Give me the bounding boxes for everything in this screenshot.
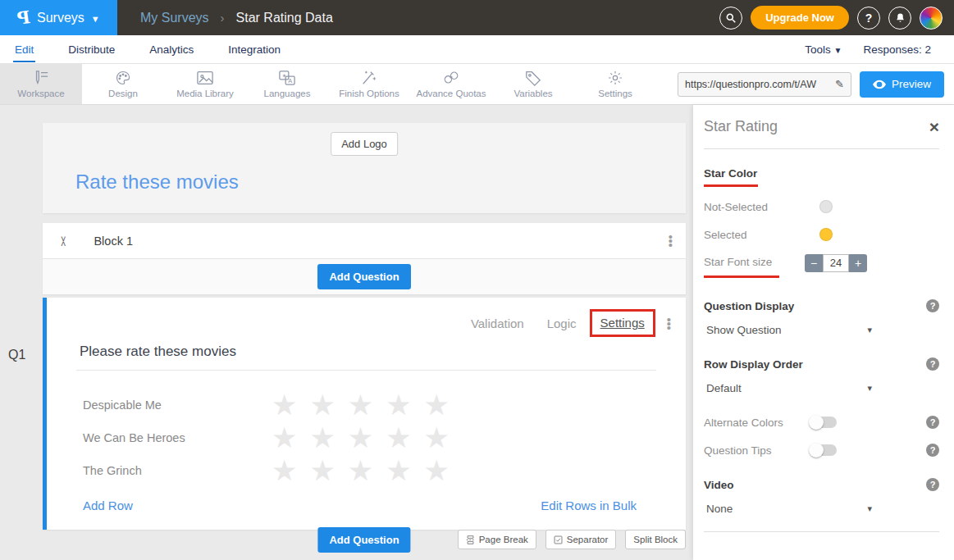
toolbar-item-variables[interactable]: Variables	[492, 64, 574, 104]
star-rating-settings-panel: Star Rating × Star Color Not-Selected Se…	[693, 105, 954, 560]
breadcrumb-parent[interactable]: My Surveys	[140, 11, 209, 25]
toolbar-item-finish-options[interactable]: Finish Options	[328, 64, 410, 104]
row-label[interactable]: Despicable Me	[83, 398, 272, 412]
star-icon[interactable]: ★	[386, 391, 411, 419]
increase-font-size-button[interactable]: +	[849, 254, 867, 272]
panel-title: Star Rating	[704, 118, 778, 135]
star-row: ★★★★★	[272, 391, 450, 419]
star-icon[interactable]: ★	[348, 424, 373, 452]
edit-url-icon[interactable]: ✎	[835, 78, 844, 90]
survey-url-field[interactable]: https://questionpro.com/t/AW ✎	[678, 72, 851, 97]
toolbar-item-settings[interactable]: Settings	[574, 64, 656, 104]
add-question-button[interactable]: Add Question	[317, 264, 410, 289]
survey-nav-bar: EditDistributeAnalyticsIntegration Tools…	[0, 35, 954, 64]
add-row-link[interactable]: Add Row	[83, 499, 133, 512]
search-button[interactable]	[719, 7, 742, 30]
question-mark-icon: ?	[865, 11, 873, 25]
tab-edit[interactable]: Edit	[13, 37, 35, 62]
gear-icon	[606, 70, 624, 86]
question-card: Validation Logic Settings ••• Please rat…	[43, 298, 686, 530]
star-icon[interactable]: ★	[272, 391, 297, 419]
toolbar-item-design[interactable]: Design	[82, 64, 164, 104]
row-label[interactable]: The Grinch	[83, 464, 272, 477]
star-icon[interactable]: ★	[424, 424, 450, 452]
page-break-icon	[466, 535, 475, 544]
question-title[interactable]: Please rate these movies	[80, 344, 686, 360]
settings-link[interactable]: Settings	[600, 316, 645, 330]
row-display-order-dropdown[interactable]: Default ▾	[704, 382, 872, 394]
settings-annotation-box: Settings	[590, 309, 655, 337]
question-display-dropdown[interactable]: Show Question ▾	[704, 324, 872, 336]
alternate-colors-toggle[interactable]	[810, 417, 837, 428]
alternate-colors-help-icon[interactable]: ?	[926, 416, 939, 429]
question-tips-toggle[interactable]	[810, 444, 837, 456]
row-display-order-heading: Row Display Order	[704, 358, 803, 371]
toolbar-item-media-library[interactable]: Media Library	[164, 64, 246, 104]
selected-color-swatch[interactable]	[819, 228, 833, 241]
star-icon[interactable]: ★	[309, 391, 335, 419]
rating-row: We Can Be Heroes★★★★★	[83, 421, 686, 454]
help-button[interactable]: ?	[857, 7, 880, 30]
notifications-button[interactable]	[888, 7, 911, 30]
star-icon[interactable]: ★	[309, 424, 335, 452]
breadcrumb: My Surveys › Star Rating Data	[140, 11, 333, 25]
star-icon[interactable]: ★	[309, 457, 335, 485]
chevron-down-icon: ▾	[867, 503, 872, 514]
video-dropdown[interactable]: None ▾	[704, 503, 872, 515]
question-kebab-menu-icon[interactable]: •••	[667, 317, 671, 330]
product-menu[interactable]: P Surveys ▼	[0, 0, 117, 35]
toolbar-item-languages[interactable]: ✶A Languages	[246, 64, 328, 104]
split-block-button[interactable]: Split Block	[625, 530, 686, 549]
separator-button[interactable]: Separator	[545, 530, 617, 549]
survey-title[interactable]: Rate these movies	[75, 171, 239, 193]
star-icon[interactable]: ★	[348, 391, 373, 419]
decrease-font-size-button[interactable]: −	[805, 254, 823, 272]
add-logo-button[interactable]: Add Logo	[331, 132, 398, 156]
question-tips-help-icon[interactable]: ?	[926, 444, 939, 457]
star-icon[interactable]: ★	[424, 391, 450, 419]
responses-count[interactable]: Responses: 2	[863, 43, 931, 56]
image-icon	[196, 70, 214, 86]
logic-link[interactable]: Logic	[547, 316, 577, 330]
star-icon[interactable]: ★	[386, 424, 411, 452]
question-display-help-icon[interactable]: ?	[926, 299, 939, 312]
row-display-order-help-icon[interactable]: ?	[926, 357, 939, 371]
rating-row: Despicable Me★★★★★	[83, 389, 686, 421]
collapse-block-icon[interactable]: ˅˄	[61, 236, 66, 246]
alternate-colors-label: Alternate Colors	[704, 417, 801, 429]
preview-button[interactable]: Preview	[860, 71, 944, 98]
not-selected-color-swatch[interactable]	[819, 200, 833, 213]
panel-divider	[704, 531, 939, 532]
toolbar-item-advance-quotas[interactable]: Advance Quotas	[410, 64, 492, 104]
avatar[interactable]	[920, 7, 943, 30]
font-size-value[interactable]: 24	[823, 254, 849, 272]
star-icon[interactable]: ★	[424, 457, 450, 485]
upgrade-now-button[interactable]: Upgrade Now	[751, 6, 849, 30]
survey-url-value: https://questionpro.com/t/AW	[685, 79, 832, 90]
close-icon[interactable]: ×	[929, 120, 939, 134]
questionpro-logo-icon: P	[16, 7, 32, 29]
video-help-icon[interactable]: ?	[926, 478, 939, 491]
breadcrumb-separator-icon: ›	[221, 11, 225, 25]
page-break-button[interactable]: Page Break	[458, 530, 536, 549]
block-kebab-menu-icon[interactable]: •••	[669, 234, 673, 247]
checkbox-icon	[554, 535, 563, 544]
star-icon[interactable]: ★	[272, 424, 297, 452]
star-icon[interactable]: ★	[386, 457, 411, 485]
tab-integration[interactable]: Integration	[226, 37, 282, 62]
edit-rows-in-bulk-link[interactable]: Edit Rows in Bulk	[541, 499, 637, 512]
workspace-icon	[32, 70, 50, 86]
tools-menu[interactable]: Tools ▼	[805, 43, 842, 56]
panel-divider	[704, 148, 939, 149]
star-icon[interactable]: ★	[348, 457, 373, 485]
validation-link[interactable]: Validation	[471, 316, 524, 330]
toolbar-item-workspace[interactable]: Workspace	[0, 64, 82, 104]
add-question-button-bottom[interactable]: Add Question	[317, 527, 410, 553]
tab-distribute[interactable]: Distribute	[66, 37, 116, 62]
star-color-heading: Star Color	[704, 167, 757, 180]
row-label[interactable]: We Can Be Heroes	[83, 431, 272, 444]
tab-analytics[interactable]: Analytics	[148, 37, 195, 62]
star-icon[interactable]: ★	[272, 457, 297, 485]
block-header: ˅˄ Block 1 •••	[43, 223, 686, 259]
block-title[interactable]: Block 1	[94, 234, 133, 248]
